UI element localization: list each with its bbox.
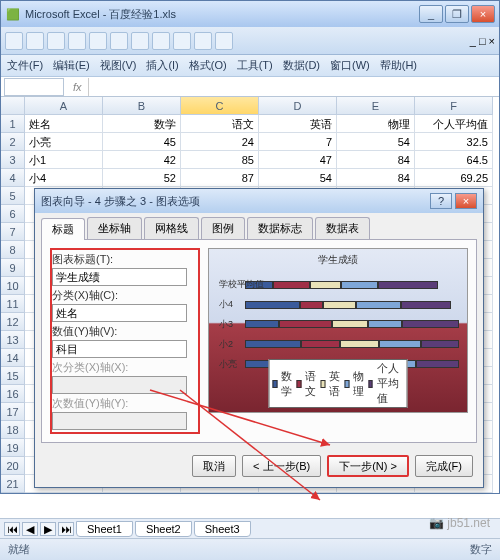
col-b[interactable]: B (103, 97, 181, 115)
cell[interactable]: 69.25 (415, 169, 493, 187)
row-header[interactable]: 5 (1, 187, 25, 205)
qat-new-icon[interactable] (5, 32, 23, 50)
row-header[interactable]: 14 (1, 349, 25, 367)
minimize-button[interactable]: _ (419, 5, 443, 23)
row-header[interactable]: 1 (1, 115, 25, 133)
row-header[interactable]: 12 (1, 313, 25, 331)
col-d[interactable]: D (259, 97, 337, 115)
cell[interactable]: 姓名 (25, 115, 103, 133)
name-box[interactable] (4, 78, 64, 96)
tab-gridlines[interactable]: 网格线 (144, 217, 199, 239)
qat-sort-icon[interactable] (194, 32, 212, 50)
tab-datatable[interactable]: 数据表 (315, 217, 370, 239)
cancel-button[interactable]: 取消 (192, 455, 236, 477)
col-c[interactable]: C (181, 97, 259, 115)
cell[interactable]: 84 (337, 169, 415, 187)
row-header[interactable]: 20 (1, 457, 25, 475)
col-a[interactable]: A (25, 97, 103, 115)
cell[interactable]: 小4 (25, 169, 103, 187)
cell[interactable]: 数学 (103, 115, 181, 133)
sheet-nav-next[interactable]: ▶ (40, 522, 56, 536)
sheet-tab-3[interactable]: Sheet3 (194, 521, 251, 537)
cell[interactable]: 64.5 (415, 151, 493, 169)
menu-tools[interactable]: 工具(T) (237, 58, 273, 73)
cell[interactable]: 42 (103, 151, 181, 169)
next-button[interactable]: 下一步(N) > (327, 455, 409, 477)
formula-input[interactable] (88, 78, 499, 96)
col-e[interactable]: E (337, 97, 415, 115)
menu-view[interactable]: 视图(V) (100, 58, 137, 73)
dialog-titlebar[interactable]: 图表向导 - 4 步骤之 3 - 图表选项 ? × (35, 189, 483, 213)
row-header[interactable]: 19 (1, 439, 25, 457)
row-header[interactable]: 11 (1, 295, 25, 313)
cell[interactable]: 45 (103, 133, 181, 151)
cell[interactable]: 47 (259, 151, 337, 169)
cell[interactable]: 物理 (337, 115, 415, 133)
dialog-help-button[interactable]: ? (430, 193, 452, 209)
row-header[interactable]: 7 (1, 223, 25, 241)
maximize-button[interactable]: ❐ (445, 5, 469, 23)
menu-window[interactable]: 窗口(W) (330, 58, 370, 73)
qat-redo-icon[interactable] (173, 32, 191, 50)
menu-format[interactable]: 格式(O) (189, 58, 227, 73)
cell[interactable]: 小亮 (25, 133, 103, 151)
cell[interactable]: 87 (181, 169, 259, 187)
menu-help[interactable]: 帮助(H) (380, 58, 417, 73)
doc-restore-button[interactable]: □ (479, 35, 486, 47)
cell[interactable]: 52 (103, 169, 181, 187)
row-header[interactable]: 17 (1, 403, 25, 421)
menu-insert[interactable]: 插入(I) (146, 58, 178, 73)
cell[interactable]: 小1 (25, 151, 103, 169)
cell[interactable]: 24 (181, 133, 259, 151)
value-y-input[interactable] (52, 340, 187, 358)
qat-copy-icon[interactable] (110, 32, 128, 50)
tab-legend[interactable]: 图例 (201, 217, 245, 239)
row-header[interactable]: 8 (1, 241, 25, 259)
row-header[interactable]: 6 (1, 205, 25, 223)
menu-edit[interactable]: 编辑(E) (53, 58, 90, 73)
qat-cut-icon[interactable] (89, 32, 107, 50)
finish-button[interactable]: 完成(F) (415, 455, 473, 477)
sheet-tab-1[interactable]: Sheet1 (76, 521, 133, 537)
cell[interactable]: 英语 (259, 115, 337, 133)
row-header[interactable]: 2 (1, 133, 25, 151)
cell[interactable]: 个人平均值 (415, 115, 493, 133)
qat-open-icon[interactable] (26, 32, 44, 50)
tab-datalabels[interactable]: 数据标志 (247, 217, 313, 239)
close-button[interactable]: × (471, 5, 495, 23)
cell[interactable]: 7 (259, 133, 337, 151)
qat-chart-icon[interactable] (215, 32, 233, 50)
cell[interactable]: 84 (337, 151, 415, 169)
category-x-input[interactable] (52, 304, 187, 322)
row-header[interactable]: 9 (1, 259, 25, 277)
qat-print-icon[interactable] (68, 32, 86, 50)
row-header[interactable]: 15 (1, 367, 25, 385)
sheet-nav-last[interactable]: ⏭ (58, 522, 74, 536)
row-header[interactable]: 18 (1, 421, 25, 439)
sheet-tab-2[interactable]: Sheet2 (135, 521, 192, 537)
doc-close-button[interactable]: × (489, 35, 495, 47)
sheet-nav-first[interactable]: ⏮ (4, 522, 20, 536)
qat-undo-icon[interactable] (152, 32, 170, 50)
chart-title-input[interactable] (52, 268, 187, 286)
row-header[interactable]: 10 (1, 277, 25, 295)
row-header[interactable]: 13 (1, 331, 25, 349)
menu-file[interactable]: 文件(F) (7, 58, 43, 73)
cell[interactable]: 54 (259, 169, 337, 187)
col-f[interactable]: F (415, 97, 493, 115)
cell[interactable]: 85 (181, 151, 259, 169)
cell[interactable]: 54 (337, 133, 415, 151)
doc-minimize-button[interactable]: _ (470, 35, 476, 47)
qat-save-icon[interactable] (47, 32, 65, 50)
row-header[interactable]: 16 (1, 385, 25, 403)
fx-icon[interactable]: fx (73, 81, 82, 93)
cell[interactable]: 语文 (181, 115, 259, 133)
dialog-close-button[interactable]: × (455, 193, 477, 209)
row-header[interactable]: 4 (1, 169, 25, 187)
sheet-nav-prev[interactable]: ◀ (22, 522, 38, 536)
row-header[interactable]: 21 (1, 475, 25, 493)
tab-title[interactable]: 标题 (41, 218, 85, 240)
cell[interactable]: 32.5 (415, 133, 493, 151)
back-button[interactable]: < 上一步(B) (242, 455, 321, 477)
qat-paste-icon[interactable] (131, 32, 149, 50)
